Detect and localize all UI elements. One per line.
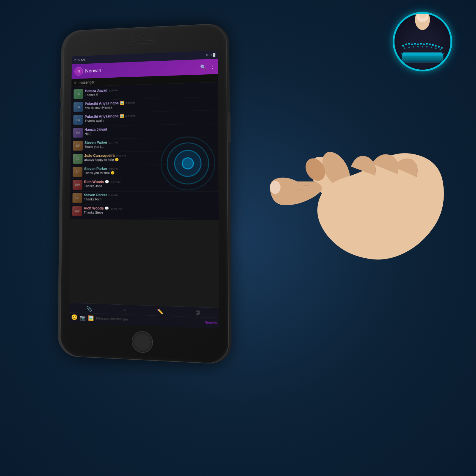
screen: 7:05 AM H+ ↑ █ N Neowin 🔍 ⋮: [69, 51, 219, 329]
screen-inner: 7:05 AM H+ ↑ █ N Neowin 🔍 ⋮: [69, 51, 219, 329]
list-item: SP Steven Parker 9:48 PM Thanks Rich: [70, 192, 219, 205]
mention-icon[interactable]: @: [195, 310, 201, 316]
menu-icon[interactable]: ⋮: [210, 64, 215, 69]
message-content: João Carrasqueira 9:43 PM always happy t…: [84, 152, 216, 162]
svg-point-28: [435, 48, 437, 49]
svg-rect-31: [402, 53, 443, 56]
camera-dot-main: [141, 33, 146, 39]
svg-point-29: [440, 49, 441, 51]
avatar: SP: [73, 167, 82, 177]
message-time: 9:47 PM: [111, 181, 120, 184]
message-time: 5:08 PM: [109, 89, 119, 92]
sender-name: Rich Woods 💬: [84, 180, 109, 184]
list-item: HJ Hamza Jawad Np :): [71, 124, 218, 140]
sender-name: Rich Woods 💬: [84, 206, 109, 210]
avatar: RW: [73, 180, 82, 190]
svg-point-25: [422, 46, 423, 48]
message-text: always happy to help 🙂: [84, 156, 216, 162]
side-button-power: [228, 112, 231, 143]
svg-point-18: [435, 45, 437, 47]
channel-name: messenger: [78, 80, 95, 84]
message-time: 6:23 PM: [125, 115, 135, 118]
svg-point-19: [438, 46, 440, 48]
svg-point-22: [408, 47, 410, 48]
svg-point-3: [270, 181, 281, 194]
message-header: Rich Woods 💬 10:01 PM: [84, 206, 216, 211]
neowin-logo: Neowin: [205, 320, 217, 325]
avatar: RW: [72, 206, 82, 216]
message-content: Steven Parker 9:48 PM Thanks Rich: [84, 193, 216, 202]
messages-container: HJ Hamza Jawad 5:08 PM Thanks !! PA: [70, 82, 219, 220]
image-icon[interactable]: 🖼️: [88, 315, 94, 321]
message-time: 10:01 PM: [110, 207, 122, 210]
message-content: Hamza Jawad Np :): [84, 125, 216, 136]
avatar: JC: [73, 154, 83, 164]
emoji-button[interactable]: 😊: [71, 314, 78, 321]
avatar: PA: [73, 115, 83, 125]
message-content: Rich Woods 💬 9:47 PM Thanks Joao: [84, 179, 216, 188]
sender-name: Hamza Jawad: [85, 88, 107, 93]
list-item: RW Rich Woods 💬 10:01 PM Thanks Steve: [70, 205, 219, 219]
message-content: Pulasthi Ariyasinghe 🖼️ 6:23 PM Thanks a…: [84, 112, 215, 123]
svg-point-26: [426, 46, 428, 48]
svg-point-9: [408, 43, 410, 45]
svg-point-20: [441, 47, 443, 49]
phone-top: [114, 32, 173, 55]
sender-name: Hamza Jawad: [84, 127, 107, 132]
message-text: Thanks Joao: [84, 184, 216, 189]
svg-point-21: [404, 48, 405, 49]
message-content: Pulasthi Ariyasinghe 🖼️ 5:18 PM You da m…: [85, 98, 216, 110]
svg-point-14: [423, 43, 425, 45]
message-content: Rich Woods 💬 10:01 PM Thanks Steve: [84, 206, 216, 216]
message-time: 9:... PM: [109, 141, 118, 144]
svg-point-10: [411, 43, 413, 45]
svg-point-12: [417, 43, 419, 45]
camera-dot-2: [150, 33, 154, 37]
avatar: SP: [72, 193, 82, 203]
avatar: HJ: [73, 89, 83, 99]
home-button[interactable]: [132, 331, 153, 353]
message-header: Steven Parker 9:48 PM: [84, 193, 216, 198]
message-text: Thanks Steve: [84, 210, 216, 216]
inset-content: [394, 14, 450, 70]
header-title: Neowin: [85, 64, 198, 74]
message-text: Thank you for that 🙂: [84, 170, 216, 176]
avatar: SP: [73, 141, 83, 151]
message-text: Thanks Rich: [84, 197, 216, 202]
svg-point-7: [402, 45, 404, 47]
message-time: 9:48 PM: [109, 194, 118, 197]
inset-finger-svg: [411, 14, 434, 35]
list-item: SP Steven Parker 9:45 PM Thank you for t…: [71, 164, 219, 178]
svg-point-13: [420, 43, 422, 45]
sender-name: Steven Parker: [84, 140, 107, 145]
svg-point-8: [405, 43, 407, 45]
side-button-mute: [60, 88, 62, 102]
message-header: Rich Woods 💬 9:47 PM: [84, 179, 216, 184]
svg-point-15: [426, 43, 428, 45]
inset-circle: [393, 12, 452, 71]
search-icon[interactable]: 🔍: [200, 64, 206, 70]
sender-name: João Carrasqueira: [84, 154, 115, 158]
phone: 7:05 AM H+ ↑ █ N Neowin 🔍 ⋮: [60, 23, 229, 365]
message-input[interactable]: Message #messenger: [96, 316, 202, 324]
channel-chevron-icon: ⌄: [212, 76, 215, 80]
sender-name: Steven Parker: [84, 193, 107, 197]
speaker-bar: [131, 40, 155, 44]
camera-icon[interactable]: 📷: [80, 315, 86, 321]
header-avatar: N: [74, 67, 83, 76]
messages-list[interactable]: HJ Hamza Jawad 5:08 PM Thanks !! PA: [69, 82, 219, 308]
svg-point-11: [414, 43, 416, 45]
header-icons: 🔍 ⋮: [200, 64, 215, 70]
message-content: Steven Parker 9:... PM Thank you (...: [84, 139, 216, 149]
side-button-volume-down: [60, 136, 62, 159]
svg-point-23: [413, 46, 414, 48]
status-icons: H+ ↑ █: [206, 53, 215, 57]
channel-hash: #: [74, 81, 76, 85]
message-time: 9:43 PM: [116, 154, 126, 157]
list-icon[interactable]: ≡: [123, 307, 126, 313]
edit-icon[interactable]: ✏️: [157, 309, 163, 314]
list-item: JC João Carrasqueira 9:43 PM always happ…: [71, 151, 218, 165]
clip-icon[interactable]: 📎: [86, 306, 92, 312]
phone-body: 7:05 AM H+ ↑ █ N Neowin 🔍 ⋮: [60, 23, 229, 365]
svg-point-17: [432, 44, 434, 46]
